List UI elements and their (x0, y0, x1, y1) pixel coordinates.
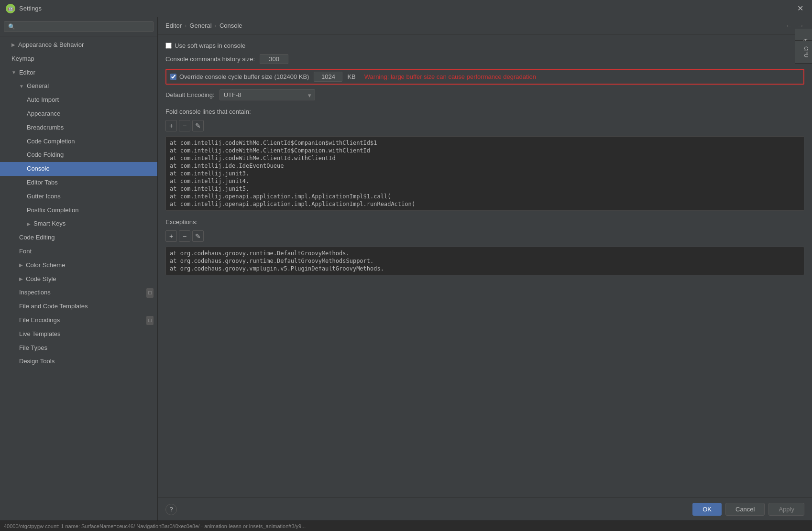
breadcrumb-console: Console (219, 22, 242, 29)
close-button[interactable]: ✕ (794, 3, 806, 14)
title-bar-left: 🤖 Settings (6, 4, 42, 13)
sidebar-item-code-style[interactable]: ▶ Code Style (0, 272, 157, 286)
buffer-size-input[interactable] (314, 72, 342, 82)
history-size-row: Console commands history size: 300 (165, 54, 804, 64)
search-wrap: 🔍 (4, 21, 154, 32)
sidebar-item-design-tools[interactable]: Design Tools (0, 355, 157, 368)
sidebar-item-breadcrumbs[interactable]: Breadcrumbs (0, 121, 157, 135)
exceptions-list: at org.codehaus.groovy.runtime.DefaultGr… (165, 247, 804, 275)
action-buttons: OK Cancel Apply (692, 503, 804, 516)
sidebar-item-editor[interactable]: ▼ Editor (0, 66, 157, 80)
sidebar-item-color-scheme[interactable]: ▶ Color Scheme (0, 259, 157, 272)
sidebar-item-label: File and Code Templates (19, 302, 88, 312)
sidebar-item-file-code-templates[interactable]: File and Code Templates (0, 300, 157, 314)
list-item: at com.intellij.codeWithMe.ClientId$Comp… (170, 147, 800, 154)
sidebar-item-label: File Encodings (19, 315, 60, 325)
exceptions-remove-button[interactable]: − (179, 230, 190, 242)
status-bar: 40000/otgctpygw count: 1 name: SurfaceNa… (0, 520, 812, 531)
sidebar-item-label: Code Editing (19, 233, 55, 243)
sidebar-item-appearance-behavior[interactable]: ▶ Appearance & Behavior (0, 38, 157, 52)
file-encodings-badge: □ (146, 316, 154, 325)
soft-wraps-checkbox[interactable] (165, 43, 172, 49)
search-bar: 🔍 (0, 17, 157, 36)
sidebar-item-smart-keys[interactable]: ▶ Smart Keys (0, 217, 157, 231)
arrow-icon: ▶ (19, 275, 23, 283)
fold-remove-button[interactable]: − (179, 120, 190, 131)
sidebar-item-gutter-icons[interactable]: Gutter Icons (0, 190, 157, 204)
fold-lines-label: Fold console lines that contain: (165, 108, 251, 115)
fold-lines-label-row: Fold console lines that contain: (165, 105, 804, 115)
nav-back-button[interactable]: ← (785, 22, 793, 30)
exceptions-label: Exceptions: (165, 218, 198, 226)
cancel-button[interactable]: Cancel (725, 503, 765, 516)
encoding-select-wrap: UTF-8 UTF-16 ISO-8859-1 (219, 89, 315, 100)
sidebar-item-label: Design Tools (19, 357, 55, 367)
sidebar-item-label: Console (27, 164, 50, 174)
history-size-label: Console commands history size: (165, 55, 255, 63)
sidebar-item-label: Code Folding (27, 150, 64, 160)
sidebar-item-label: Gutter Icons (27, 192, 61, 202)
exceptions-add-button[interactable]: + (165, 230, 177, 242)
soft-wraps-label: Use soft wraps in console (175, 42, 245, 49)
kb-label: KB (347, 73, 355, 80)
list-item: at com.intellij.junit4. (170, 178, 800, 184)
warning-text: Warning: large buffer size can cause per… (364, 73, 536, 80)
bottom-bar: ? OK Cancel Apply (158, 498, 812, 520)
list-item: at com.intellij.codeWithMe.ClientId$Comp… (170, 140, 800, 146)
sidebar-item-postfix-completion[interactable]: Postfix Completion (0, 204, 157, 217)
sidebar: 🔍 ▶ Appearance & Behavior Keymap ▼ Edito… (0, 17, 158, 520)
apply-button[interactable]: Apply (768, 503, 804, 516)
sidebar-item-appearance[interactable]: Appearance (0, 107, 157, 121)
sidebar-item-keymap[interactable]: Keymap (0, 52, 157, 66)
fold-edit-button[interactable]: ✎ (192, 120, 204, 131)
right-panel-tab-cpu[interactable]: CPU (795, 41, 812, 64)
breadcrumb-general: General (189, 22, 211, 29)
default-encoding-row: Default Encoding: UTF-8 UTF-16 ISO-8859-… (165, 89, 804, 100)
sidebar-item-general[interactable]: ▼ General (0, 79, 157, 93)
ok-button[interactable]: OK (692, 503, 722, 516)
breadcrumb-editor: Editor (165, 22, 182, 29)
title-bar: 🤖 Settings ✕ (0, 0, 812, 17)
sidebar-item-auto-import[interactable]: Auto Import (0, 93, 157, 107)
sidebar-item-code-completion[interactable]: Code Completion (0, 135, 157, 149)
search-input[interactable] (18, 23, 149, 30)
history-size-input[interactable]: 300 (260, 54, 288, 64)
sidebar-item-live-templates[interactable]: Live Templates (0, 327, 157, 341)
soft-wraps-checkbox-label[interactable]: Use soft wraps in console (165, 42, 245, 49)
list-item: at com.intellij.junit5. (170, 185, 800, 192)
buffer-override-checkbox[interactable] (170, 74, 176, 80)
settings-content: Use soft wraps in console Console comman… (158, 34, 812, 498)
buffer-override-checkbox-label[interactable]: Override console cycle buffer size (1024… (170, 73, 309, 80)
breadcrumb-sep-2: › (215, 22, 217, 29)
sidebar-item-console[interactable]: Console (0, 162, 157, 176)
exceptions-edit-button[interactable]: ✎ (192, 230, 204, 242)
sidebar-item-label: Editor Tabs (27, 178, 58, 188)
fold-add-button[interactable]: + (165, 120, 177, 131)
fold-lines-list: at com.intellij.codeWithMe.ClientId$Comp… (165, 136, 804, 211)
sidebar-item-label: Code Style (26, 274, 56, 284)
sidebar-item-code-editing[interactable]: Code Editing (0, 231, 157, 245)
sidebar-item-label: Code Completion (27, 137, 75, 147)
sidebar-item-label: General (27, 81, 49, 91)
sidebar-item-file-types[interactable]: File Types (0, 341, 157, 355)
list-item: at org.codehaus.groovy.vmplugin.v5.Plugi… (170, 265, 800, 272)
exceptions-toolbar: + − ✎ (165, 230, 804, 242)
sidebar-item-editor-tabs[interactable]: Editor Tabs (0, 176, 157, 190)
list-item: at org.codehaus.groovy.runtime.DefaultGr… (170, 250, 800, 257)
sidebar-item-inspections[interactable]: Inspections □ (0, 286, 157, 300)
sidebar-item-code-folding[interactable]: Code Folding (0, 148, 157, 162)
sidebar-item-file-encodings[interactable]: File Encodings □ (0, 314, 157, 327)
right-panel-tab-upload[interactable]: 上传 (795, 29, 812, 41)
sidebar-item-label: Appearance (27, 109, 60, 119)
help-button[interactable]: ? (165, 504, 177, 515)
default-encoding-label: Default Encoding: (165, 91, 215, 98)
sidebar-item-label: Postfix Completion (27, 206, 78, 216)
encoding-select[interactable]: UTF-8 UTF-16 ISO-8859-1 (219, 89, 315, 100)
arrow-icon: ▶ (19, 261, 23, 269)
sidebar-item-label: Live Templates (19, 329, 60, 339)
sidebar-item-font[interactable]: Font (0, 245, 157, 259)
right-panel: 上传 CPU (795, 29, 812, 64)
buffer-override-row: Override console cycle buffer size (1024… (165, 69, 804, 85)
list-item: at com.intellij.openapi.application.impl… (170, 193, 800, 200)
content-area: Editor › General › Console ← → Use soft … (158, 17, 812, 520)
